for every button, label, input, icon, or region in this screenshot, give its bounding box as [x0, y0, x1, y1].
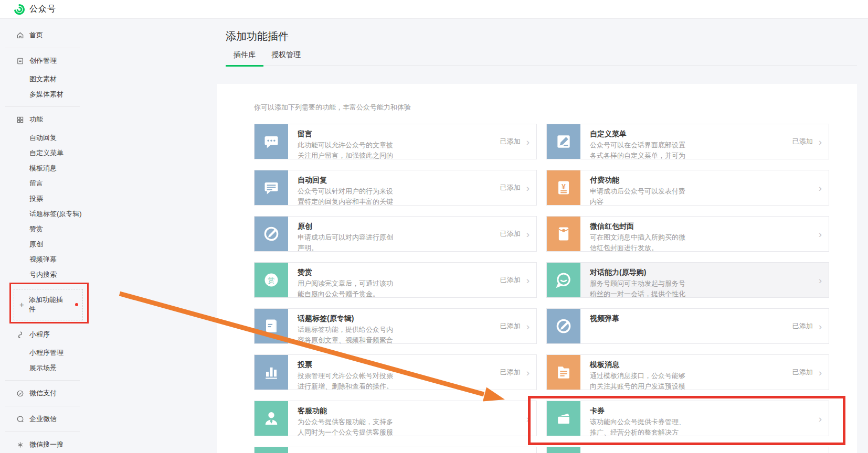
plugin-card-custom-menu[interactable]: 自定义菜单公众号可以在会话界面底部设置 各式各样的自定义菜单，并可为已添加›: [546, 124, 829, 159]
added-badge: 已添加: [792, 137, 813, 146]
sidebar-item-media-material[interactable]: 多媒体素材: [0, 87, 94, 102]
card-body: 视频弹幕: [580, 309, 619, 343]
card-right: 已添加›: [500, 355, 530, 390]
sidebar-item-reward[interactable]: 赞赏: [0, 221, 94, 236]
sidebar-divider: [5, 406, 80, 406]
card-title: 留言: [298, 128, 393, 139]
sidebar-item-vote[interactable]: 投票: [0, 191, 94, 206]
sidebar-item-work-wechat[interactable]: 企业微信: [0, 411, 94, 427]
sidebar-item-miniprogram[interactable]: 小程序: [0, 327, 94, 342]
miniprogram-icon: [16, 331, 24, 339]
reply-message-icon: [255, 170, 288, 205]
added-badge: 已添加: [500, 183, 521, 192]
sidebar-item-video-danmu[interactable]: 视频弹幕: [0, 252, 94, 267]
original-icon: [547, 309, 580, 343]
card-title: 话题标签(原专辑): [298, 313, 393, 323]
card-desc: 话题标签功能，提供给公众号内 容将原创文章、视频和音频聚合: [298, 325, 393, 343]
plugin-card-partial-left[interactable]: [254, 447, 537, 453]
tab-plugin-library[interactable]: 插件库: [226, 50, 263, 66]
card-desc: 可在图文消息中插入所购买的微 信红包封面进行发放。: [590, 232, 685, 251]
sidebar-item-custom-menu[interactable]: 自定义菜单: [0, 145, 94, 160]
chevron-right-icon[interactable]: ›: [819, 414, 822, 424]
sidebar-item-add-plugin[interactable]: +添加功能插件: [14, 289, 83, 320]
plugin-card-auto-reply[interactable]: 自动回复公众号可以针对用户的行为来设 置特定的回复内容和丰富的关键已添加›: [254, 170, 537, 206]
card-desc: 公众号可以针对用户的行为来设 置特定的回复内容和丰富的关键: [298, 186, 393, 205]
card-right: ›: [819, 170, 822, 205]
plugin-card-dialog-capability[interactable]: 对话能力(原导购)服务号顾问可主动发起与服务号 粉丝的一对一会话，提供个性化›: [546, 262, 829, 298]
plugin-card-reward[interactable]: 赏赞赏用户阅读完文章后，可通过该功 能自愿向公众号赠予赏金。已添加›: [254, 262, 537, 298]
card-body: 投票投票管理可允许公众帐号对投票 进行新增、删除和查看的操作。: [288, 355, 393, 390]
card-desc: 公众号可以在会话界面底部设置 各式各样的自定义菜单，并可为: [590, 140, 685, 159]
chevron-right-icon[interactable]: ›: [819, 275, 822, 285]
card-body: 自动回复公众号可以针对用户的行为来设 置特定的回复内容和丰富的关键: [288, 170, 393, 205]
chevron-right-icon[interactable]: ›: [526, 183, 530, 193]
plugin-card-topic-tags[interactable]: 话题标签(原专辑)话题标签功能，提供给公众号内 容将原创文章、视频和音频聚合已添…: [254, 308, 537, 344]
sidebar-item-label: 企业微信: [29, 414, 57, 424]
search-sparkle-icon: [16, 441, 24, 449]
plugin-card-cards-coupons[interactable]: 卡券该功能向公众号提供卡券管理、 推广、经营分析的整套解决方›: [546, 401, 829, 436]
svg-text:¥: ¥: [562, 182, 566, 191]
chevron-right-icon[interactable]: ›: [819, 183, 822, 193]
chevron-right-icon[interactable]: ›: [526, 137, 530, 147]
book-icon: [255, 309, 288, 343]
sidebar-item-template-message[interactable]: 模板消息: [0, 160, 94, 176]
paid-doc-icon: ¥: [547, 170, 580, 205]
chevron-right-icon[interactable]: ›: [819, 368, 822, 378]
sidebar-item-creation-management[interactable]: 创作管理: [0, 53, 94, 69]
card-right: 已添加›: [792, 309, 822, 343]
plugin-card-original[interactable]: 原创申请成功后可以对内容进行原创 声明。已添加›: [254, 216, 537, 252]
sidebar-item-label: 首页: [29, 30, 43, 40]
plugin-card-comments[interactable]: 留言此功能可以允许公众号的文章被 关注用户留言，加强彼此之间的已添加›: [254, 124, 537, 159]
sidebar-item-label: 展示场景: [29, 363, 57, 373]
card-right: 已添加›: [500, 170, 530, 205]
card-title: 付费功能: [590, 175, 685, 185]
tab-auth-management[interactable]: 授权管理: [263, 50, 309, 66]
sidebar-item-topic-tags[interactable]: 话题标签(原专辑): [0, 206, 94, 221]
sidebar-item-home[interactable]: 首页: [0, 27, 94, 43]
card-body: [580, 447, 590, 453]
person-icon: [255, 401, 288, 436]
sidebar-item-wechat-pay[interactable]: 微信支付: [0, 385, 94, 401]
added-badge: 已添加: [792, 321, 813, 331]
card-body: 话题标签(原专辑)话题标签功能，提供给公众号内 容将原创文章、视频和音频聚合: [288, 309, 393, 343]
added-badge: 已添加: [500, 137, 521, 146]
plugin-card-vote[interactable]: 投票投票管理可允许公众帐号对投票 进行新增、删除和查看的操作。已添加›: [254, 354, 537, 390]
chevron-right-icon[interactable]: ›: [526, 321, 530, 331]
sidebar-item-article-material[interactable]: 图文素材: [0, 71, 94, 87]
chevron-right-icon[interactable]: ›: [526, 368, 530, 378]
sidebar-item-features[interactable]: 功能: [0, 112, 94, 127]
sidebar-item-display-scene[interactable]: 展示场景: [0, 360, 94, 375]
card-right: 已添加›: [792, 124, 822, 159]
card-body: 原创申请成功后可以对内容进行原创 声明。: [288, 217, 393, 251]
sidebar: 首页创作管理图文素材多媒体素材功能自动回复自定义菜单模板消息留言投票话题标签(原…: [0, 19, 94, 452]
plugin-panel: 你可以添加下列需要的功能，丰富公众号能力和体验 留言此功能可以允许公众号的文章被…: [217, 84, 857, 453]
red-dot-badge: [75, 303, 78, 306]
chevron-right-icon[interactable]: ›: [526, 275, 530, 285]
sidebar-item-label: 小程序: [29, 330, 50, 339]
card-right: ›: [819, 263, 822, 297]
chevron-right-icon[interactable]: ›: [819, 229, 822, 239]
plugin-card-paid-content[interactable]: ¥付费功能申请成功后公众号可以发表付费 内容›: [546, 170, 829, 206]
work-wechat-icon: [16, 415, 24, 423]
plugin-card-video-danmu[interactable]: 视频弹幕已添加›: [546, 308, 829, 344]
plugin-card-customer-service[interactable]: 客服功能为公众号提供客服功能，支持多 人同时为一个公众号提供客服服›: [254, 401, 537, 436]
sidebar-item-miniprogram-manage[interactable]: 小程序管理: [0, 345, 94, 360]
chevron-right-icon[interactable]: ›: [819, 137, 822, 147]
sidebar-item-account-search[interactable]: 号内搜索: [0, 267, 94, 282]
added-badge: 已添加: [500, 368, 521, 377]
chevron-right-icon[interactable]: ›: [526, 229, 530, 239]
card-title: 客服功能: [298, 405, 393, 416]
sidebar-item-label: 赞赏: [29, 224, 43, 234]
chevron-right-icon[interactable]: ›: [819, 321, 822, 331]
sidebar-item-comments[interactable]: 留言: [0, 176, 94, 191]
chevron-right-icon[interactable]: ›: [526, 414, 530, 424]
sidebar-item-auto-reply[interactable]: 自动回复: [0, 130, 94, 145]
sidebar-item-label: 原创: [29, 240, 43, 249]
card-title: 模板消息: [590, 359, 685, 370]
plugin-card-red-packet-cover[interactable]: 微信红包封面可在图文消息中插入所购买的微 信红包封面进行发放。›: [546, 216, 829, 252]
plugin-card-template-message[interactable]: 模板消息通过模板消息接口，公众号能够 向关注其账号的用户发送预设模已添加›: [546, 354, 829, 390]
sidebar-item-original[interactable]: 原创: [0, 236, 94, 252]
sidebar-item-wechat-search[interactable]: 微信搜一搜: [0, 437, 94, 452]
card-title: 原创: [298, 221, 393, 231]
plugin-card-partial-right[interactable]: [546, 447, 829, 453]
